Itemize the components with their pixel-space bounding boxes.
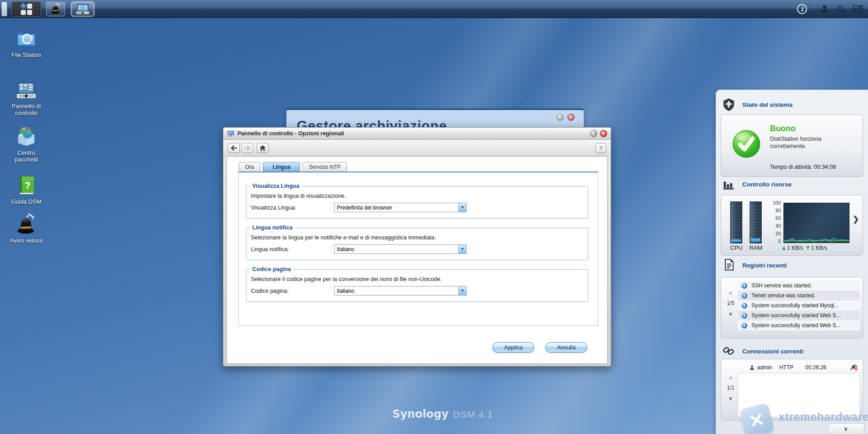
desktop-icon-dsm-help[interactable]: ? Guida DSM bbox=[5, 175, 47, 205]
minimize-button[interactable] bbox=[557, 114, 564, 121]
status-uptime: Tempo di attività: 00:34:08 bbox=[770, 164, 836, 170]
widgets-collapse-button[interactable]: ∨ bbox=[827, 423, 864, 434]
network-lines bbox=[784, 203, 849, 243]
control-panel-desktop-icon bbox=[15, 79, 37, 101]
chevron-down-icon[interactable] bbox=[458, 203, 466, 212]
taskbar-divider bbox=[814, 3, 814, 15]
disconnect-icon[interactable] bbox=[849, 364, 858, 371]
expand-arrow-icon[interactable]: ❯ bbox=[853, 215, 859, 224]
taskbar-control-panel-button[interactable] bbox=[71, 2, 94, 16]
chevron-down-icon[interactable] bbox=[458, 286, 466, 295]
codepage-section: Codice pagina Selezionare il codice pagi… bbox=[246, 269, 588, 302]
close-icon[interactable]: ✕ bbox=[600, 130, 607, 137]
dsm-desktop: i bbox=[0, 0, 868, 434]
resource-monitor-title: Controllo risorse bbox=[742, 181, 792, 188]
taskbar-quick-launch-button[interactable] bbox=[46, 2, 65, 16]
user-icon bbox=[820, 4, 830, 14]
tab-ora[interactable]: Ora bbox=[239, 162, 260, 172]
logs-page-up-icon[interactable]: ∧ bbox=[725, 290, 736, 296]
help-button[interactable]: ? bbox=[595, 143, 606, 153]
current-connections-title: Connessioni correnti bbox=[742, 348, 803, 355]
chevron-down-icon[interactable] bbox=[458, 245, 466, 253]
info-icon: i bbox=[741, 313, 747, 319]
log-row[interactable]: i System successfully started Web S... bbox=[738, 320, 860, 330]
axis-tick: 0 bbox=[763, 238, 781, 244]
connection-user: admin bbox=[757, 364, 772, 371]
info-button[interactable]: i bbox=[796, 3, 808, 15]
tab-servizio-ntp[interactable]: Servizio NTP bbox=[302, 162, 347, 172]
file-station-icon bbox=[15, 28, 37, 50]
logs-page-indicator: 1/5 bbox=[725, 300, 736, 306]
desktop-icon-label: Guida DSM bbox=[5, 199, 47, 205]
desktop-icon-label: Pannello di controllo bbox=[5, 103, 47, 117]
notification-language-select[interactable]: Italiano bbox=[334, 244, 467, 254]
user-menu-button[interactable] bbox=[818, 3, 831, 15]
dsm-help-icon: ? bbox=[15, 175, 37, 196]
download-value: 1 KB/s bbox=[811, 245, 827, 251]
desktop-icon-control-panel[interactable]: Pannello di controllo bbox=[5, 79, 47, 117]
recent-logs-title: Registri recenti bbox=[742, 262, 787, 269]
connection-protocol: HTTP bbox=[779, 364, 793, 371]
close-icon[interactable]: ✕ bbox=[567, 114, 575, 121]
section-legend: Lingua notifica bbox=[250, 224, 295, 231]
desktop-icon-label: Avvio veloce bbox=[5, 238, 47, 244]
show-desktop-button[interactable] bbox=[1, 2, 7, 16]
cancel-button[interactable]: Annulla bbox=[545, 342, 587, 353]
forward-button[interactable] bbox=[241, 143, 253, 153]
log-row[interactable]: i Telnet service was started. bbox=[738, 291, 860, 300]
download-arrow-icon bbox=[806, 246, 810, 250]
search-button[interactable] bbox=[835, 3, 847, 15]
status-good-icon bbox=[732, 129, 761, 158]
chain-link-icon bbox=[722, 344, 735, 357]
pilot-view-icon bbox=[853, 5, 863, 14]
dialog-titlebar[interactable]: Pannello di controllo - Opzioni regional… bbox=[223, 128, 611, 140]
display-language-section: Visualizza Lingua Impostare la lingua di… bbox=[246, 186, 588, 219]
current-connections-box: admin HTTP 00:26:26 ∧ 1/1 ∨ bbox=[721, 359, 863, 420]
connections-page-down-icon[interactable]: ∨ bbox=[725, 396, 736, 401]
desktop-icon-package-center[interactable]: Centro pacchetti bbox=[5, 126, 47, 163]
apply-button[interactable]: Applica bbox=[492, 342, 534, 353]
axis-tick: 40 bbox=[763, 223, 781, 229]
connections-page-up-icon[interactable]: ∧ bbox=[725, 375, 736, 381]
info-icon: i bbox=[741, 283, 747, 289]
log-row[interactable]: i System successfully started Web S... bbox=[738, 310, 860, 320]
home-button[interactable] bbox=[257, 143, 269, 153]
select-value: Predefinita del browser bbox=[337, 205, 392, 211]
field-label: Lingua notifica: bbox=[251, 246, 289, 253]
synology-dsm-logo: Synology DSM 4.1 bbox=[392, 408, 493, 420]
upload-arrow-icon bbox=[782, 246, 786, 250]
tab-lingua[interactable]: Lingua bbox=[263, 162, 300, 172]
log-row[interactable]: i System successfully started Mysql... bbox=[738, 300, 860, 310]
display-language-select[interactable]: Predefinita del browser bbox=[334, 203, 467, 212]
axis-tick: 20 bbox=[763, 231, 781, 236]
log-document-icon bbox=[722, 258, 735, 271]
log-row[interactable]: i SSH service was started. bbox=[738, 281, 860, 291]
main-menu-button[interactable] bbox=[11, 1, 41, 17]
status-description: DiskStation funziona correttamente. bbox=[770, 135, 849, 150]
notification-language-section: Lingua notifica Selezionare la lingua pe… bbox=[246, 228, 588, 260]
pilot-view-button[interactable] bbox=[852, 3, 864, 15]
network-chart bbox=[783, 203, 849, 243]
axis-tick: 80 bbox=[763, 208, 781, 213]
codepage-select[interactable]: Italiano bbox=[334, 286, 467, 296]
regional-options-dialog: Pannello di controllo - Opzioni regional… bbox=[223, 127, 611, 367]
cpu-gauge bbox=[730, 201, 742, 243]
back-arrow-icon bbox=[231, 145, 237, 151]
back-button[interactable] bbox=[228, 143, 240, 153]
taskbar: i bbox=[0, 0, 868, 18]
network-stats: 1 KB/s 1 KB/s bbox=[782, 245, 827, 251]
search-icon bbox=[836, 4, 846, 14]
field-label: Visualizza Lingua: bbox=[251, 205, 297, 211]
minimize-button[interactable] bbox=[590, 130, 597, 137]
desktop-icon-quick-start[interactable]: Avvio veloce bbox=[5, 214, 47, 244]
ram-label: RAM bbox=[746, 244, 766, 251]
svg-text:?: ? bbox=[24, 180, 30, 191]
connection-row[interactable]: admin HTTP 00:26:26 bbox=[738, 363, 860, 372]
user-icon bbox=[749, 365, 755, 371]
widgets-panel: Stato del sistema Buono DiskStation funz… bbox=[716, 90, 868, 434]
select-value: Italiano bbox=[337, 246, 354, 253]
forward-arrow-icon bbox=[244, 145, 250, 151]
logs-page-down-icon[interactable]: ∨ bbox=[725, 311, 736, 317]
log-rows: i SSH service was started. i Telnet serv… bbox=[738, 281, 860, 330]
desktop-icon-file-station[interactable]: File Station bbox=[5, 28, 47, 59]
